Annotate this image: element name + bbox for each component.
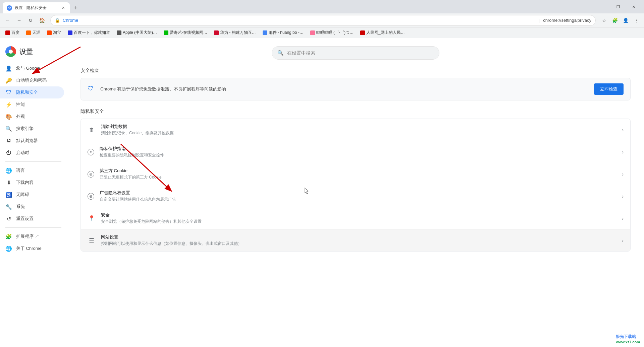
- sidebar-item-default-browser[interactable]: 🖥 默认浏览器: [0, 135, 64, 147]
- bookmark-label: 人民网_网上的人民…: [366, 30, 405, 36]
- bookmark-mail[interactable]: 邮件 - huang bo -…: [260, 29, 306, 36]
- ad-privacy-icon: ⊕: [88, 193, 94, 200]
- sidebar-item-privacy[interactable]: 🛡 隐私和安全: [0, 86, 64, 98]
- sidebar-item-autofill-label: 自动填充和密码: [16, 77, 47, 83]
- bookmark-favicon: [263, 30, 267, 35]
- sidebar-item-startup[interactable]: ⏻ 启动时: [0, 147, 64, 159]
- sidebar-item-google-label: 您与 Google: [16, 65, 40, 71]
- privacy-guide-desc: 检查重要的隐私控制设置和安全控件: [100, 152, 619, 158]
- profile-button[interactable]: 👤: [621, 15, 631, 25]
- address-security-icon: 🔒: [55, 18, 60, 23]
- bookmark-favicon: [5, 30, 10, 35]
- sidebar-item-about-label: 关于 Chrome: [16, 246, 42, 252]
- system-icon: 🔧: [5, 203, 12, 210]
- bookmark-favicon: [164, 30, 168, 35]
- sidebar-item-download-label: 下载内容: [16, 180, 34, 186]
- privacy-guide-title: 隐私保护指南: [100, 146, 619, 152]
- sidebar-item-language[interactable]: 🌐 语言: [0, 164, 64, 177]
- privacy-item-cookie[interactable]: ⊕ 第三方 Cookie 已阻止无痕模式下的第三方 Cookie ›: [81, 163, 630, 185]
- sidebar-item-appearance[interactable]: 🎨 外观: [0, 111, 64, 123]
- forward-button[interactable]: →: [14, 15, 24, 25]
- language-icon: 🌐: [5, 167, 12, 174]
- sidebar-item-about[interactable]: 🌐 关于 Chrome: [0, 242, 64, 255]
- reload-button[interactable]: ↻: [25, 15, 36, 25]
- bookmark-bilibili[interactable]: 哔哩哔哩 (゜-゜)つ…: [308, 29, 356, 36]
- toolbar-right: ☆ 🧩 👤 ⋮: [599, 15, 641, 25]
- site-settings-desc: 控制网站可以使用和显示什么信息（如位置信息、摄像头、弹出式窗口及其他）: [101, 241, 619, 247]
- bookmark-baidu[interactable]: 百度: [3, 29, 22, 36]
- bookmark-tianya[interactable]: 天涯: [23, 29, 43, 36]
- sidebar-item-performance[interactable]: ⚡ 性能: [0, 98, 64, 111]
- browser-frame: ⚙ 设置 - 隐私和安全 ✕ + ─ ❐ ✕ ← → ↻ 🏠 🔒 Chrome …: [0, 0, 644, 347]
- chevron-right-icon-3: ›: [622, 171, 624, 177]
- bookmark-label: 淘宝: [53, 30, 61, 36]
- new-tab-button[interactable]: +: [71, 3, 80, 13]
- bookmark-renmin[interactable]: 人民网_网上的人民…: [358, 29, 408, 36]
- bookmark-taobao[interactable]: 淘宝: [44, 29, 64, 36]
- privacy-guide-texts: 隐私保护指南 检查重要的隐私控制设置和安全控件: [100, 146, 619, 158]
- menu-button[interactable]: ⋮: [631, 15, 641, 25]
- security-title: 安全: [101, 212, 619, 218]
- privacy-section-title: 隐私和安全: [80, 109, 631, 115]
- main-content: 🔍 安全检查 🛡 Chrome 有助于保护您免受数据泄露、不良扩展程序等问题的影…: [67, 38, 644, 347]
- bookmark-label: 百度一下，你就知道: [74, 30, 110, 36]
- privacy-item-site-settings[interactable]: ☰ 网站设置 控制网站可以使用和显示什么信息（如位置信息、摄像头、弹出式窗口及其…: [81, 229, 630, 251]
- bookmark-huawei[interactable]: 华为 - 构建万物互…: [211, 29, 259, 36]
- privacy-item-security[interactable]: 📍 安全 安全浏览（保护您免受危险网站的侵害）和其他安全设置 ›: [81, 207, 630, 229]
- active-tab[interactable]: ⚙ 设置 - 隐私和安全 ✕: [3, 2, 70, 13]
- safety-check-title: 安全检查: [80, 68, 631, 74]
- sidebar-item-download[interactable]: ⬇ 下载内容: [0, 177, 64, 189]
- title-bar: ⚙ 设置 - 隐私和安全 ✕ + ─ ❐ ✕: [0, 0, 644, 13]
- trash-icon: 🗑: [88, 126, 96, 134]
- back-button[interactable]: ←: [3, 15, 13, 25]
- bookmark-apple[interactable]: Apple (中国大陆)…: [114, 29, 160, 36]
- address-bar[interactable]: 🔒 Chrome | chrome://settings/privacy: [50, 15, 596, 26]
- sidebar-item-search[interactable]: 🔍 搜索引擎: [0, 123, 64, 135]
- bookmark-iqiyi[interactable]: 爱奇艺-在线视频网…: [161, 29, 210, 36]
- cookie-texts: 第三方 Cookie 已阻止无痕模式下的第三方 Cookie: [100, 168, 619, 180]
- bookmark-favicon: [26, 30, 31, 35]
- privacy-item-ad-privacy[interactable]: ⊕ 广告隐私权设置 自定义要让网站使用什么信息向您展示广告 ›: [81, 185, 630, 207]
- chrome-logo-icon: [5, 46, 16, 57]
- minimize-button[interactable]: ─: [595, 1, 610, 12]
- privacy-item-clear-browsing[interactable]: 🗑 清除浏览数据 清除浏览记录、Cookie、缓存及其他数据 ›: [81, 119, 630, 141]
- settings-search-bar[interactable]: 🔍: [272, 46, 439, 60]
- bookmark-label: 邮件 - huang bo -…: [269, 30, 304, 36]
- bookmark-label: 华为 - 构建万物互…: [220, 30, 256, 36]
- privacy-item-guide[interactable]: ✦ 隐私保护指南 检查重要的隐私控制设置和安全控件 ›: [81, 141, 630, 163]
- extension-puzzle-button[interactable]: 🧩: [610, 15, 620, 25]
- tab-close-button[interactable]: ✕: [60, 5, 66, 11]
- sidebar: 设置 👤 您与 Google 🔑 自动填充和密码 🛡 隐私和安全 ⚡ 性能 🎨 …: [0, 38, 67, 347]
- restore-button[interactable]: ❐: [610, 1, 626, 12]
- google-icon: 👤: [5, 65, 12, 72]
- page-content: 设置 👤 您与 Google 🔑 自动填充和密码 🛡 隐私和安全 ⚡ 性能 🎨 …: [0, 38, 644, 347]
- bookmark-baidu-search[interactable]: 百度一下，你就知道: [65, 29, 113, 36]
- ad-privacy-title: 广告隐私权设置: [100, 190, 619, 196]
- sidebar-item-accessibility[interactable]: ♿ 无障碍: [0, 189, 64, 201]
- sidebar-item-reset[interactable]: ↺ 重置设置: [0, 213, 64, 225]
- bookmark-label: 哔哩哔哩 (゜-゜)つ…: [316, 30, 354, 36]
- bookmark-label: 爱奇艺-在线视频网…: [170, 30, 207, 36]
- cookie-desc: 已阻止无痕模式下的第三方 Cookie: [100, 175, 619, 180]
- settings-search-input[interactable]: [287, 50, 434, 56]
- safety-check-button[interactable]: 立即检查: [594, 83, 624, 95]
- bookmarks-bar: 百度 天涯 淘宝 百度一下，你就知道 Apple (中国大陆)… 爱奇艺-在线视…: [0, 27, 644, 38]
- sidebar-item-system[interactable]: 🔧 系统: [0, 201, 64, 213]
- sidebar-divider-2: [5, 227, 61, 228]
- safety-check-text: Chrome 有助于保护您免受数据泄露、不良扩展程序等问题的影响: [100, 86, 594, 92]
- watermark-text: 极光下载站: [616, 334, 636, 339]
- tab-title: 设置 - 隐私和安全: [15, 5, 58, 11]
- bookmark-label: 百度: [11, 30, 19, 36]
- sidebar-item-autofill[interactable]: 🔑 自动填充和密码: [0, 74, 64, 86]
- bookmark-favicon: [360, 30, 365, 35]
- safety-check-card: 🛡 Chrome 有助于保护您免受数据泄露、不良扩展程序等问题的影响 立即检查: [80, 78, 631, 100]
- clear-browsing-texts: 清除浏览数据 清除浏览记录、Cookie、缓存及其他数据: [101, 124, 619, 136]
- home-button[interactable]: 🏠: [37, 15, 47, 25]
- sidebar-item-google[interactable]: 👤 您与 Google: [0, 62, 64, 74]
- close-button[interactable]: ✕: [626, 1, 641, 12]
- sidebar-item-extensions[interactable]: 🧩 扩展程序 ↗: [0, 230, 64, 242]
- clear-browsing-desc: 清除浏览记录、Cookie、缓存及其他数据: [101, 130, 619, 136]
- site-settings-icon: ☰: [88, 236, 96, 245]
- bookmark-star-button[interactable]: ☆: [599, 15, 609, 25]
- site-settings-title: 网站设置: [101, 234, 619, 240]
